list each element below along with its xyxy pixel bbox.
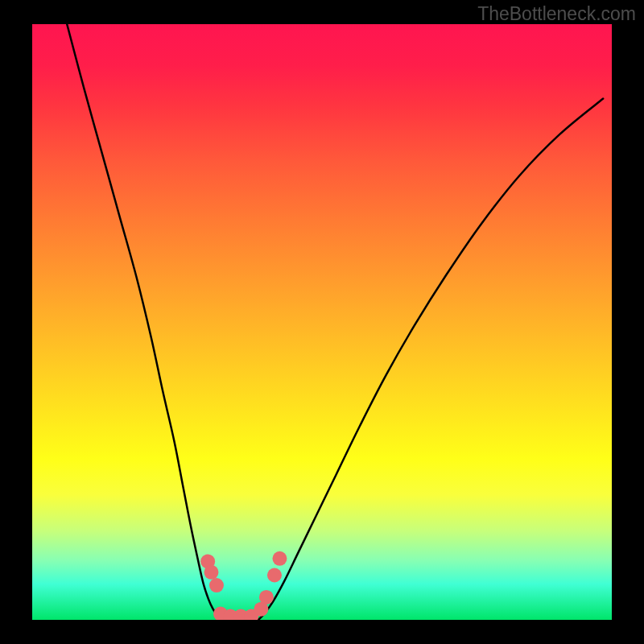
- marker-10: [272, 551, 287, 566]
- plot-area: [32, 24, 612, 620]
- marker-8: [259, 590, 274, 605]
- curve-right-curve: [258, 99, 603, 621]
- chart-svg: [32, 24, 612, 620]
- curve-left-curve: [67, 24, 223, 620]
- marker-9: [267, 568, 282, 583]
- watermark: TheBottleneck.com: [477, 3, 636, 25]
- chart-root: TheBottleneck.com: [0, 0, 644, 644]
- marker-1: [204, 565, 218, 580]
- marker-2: [209, 578, 224, 592]
